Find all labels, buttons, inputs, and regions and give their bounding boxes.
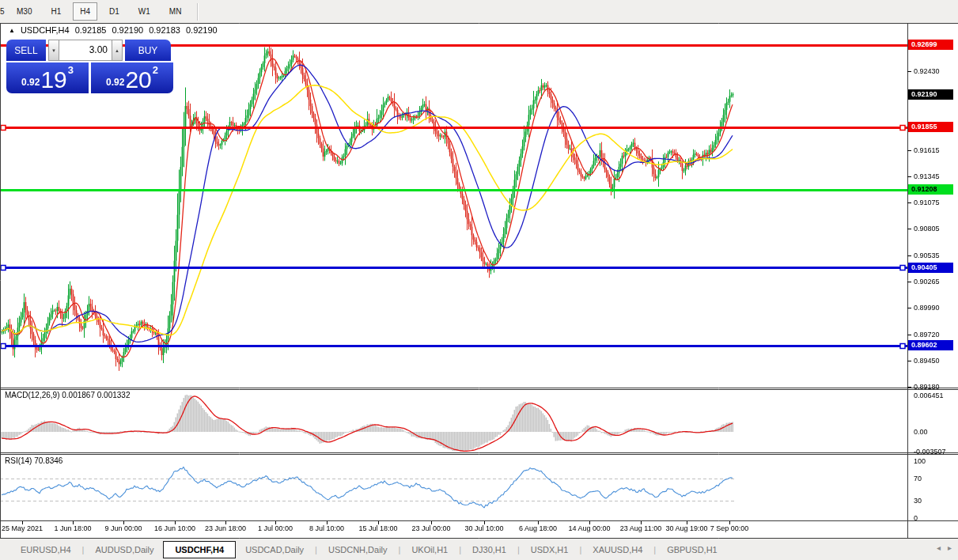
tab-audusd-daily[interactable]: AUDUSD,Daily — [85, 541, 163, 558]
ohlc-high: 0.92190 — [112, 25, 143, 35]
tab-usdcad-daily[interactable]: USDCAD,Daily — [236, 541, 313, 558]
time-axis-label: 14 Aug 00:00 — [568, 524, 610, 532]
macd-axis-label: 0.006451 — [914, 392, 944, 399]
tab-usdcnh-daily[interactable]: USDCNH,Daily — [319, 541, 397, 558]
chart-ohlc-header: ▲ USDCHF,H4 0.92185 0.92190 0.92183 0.92… — [9, 25, 218, 35]
price-axis-tick: 0.92430 — [914, 67, 940, 75]
volume-field[interactable]: 3.00 — [59, 40, 112, 61]
timeframe-button-h1[interactable]: H1 — [44, 2, 68, 21]
time-axis-label: 23 Jun 18:00 — [205, 524, 246, 532]
volume-increase-icon[interactable]: ▲ — [112, 40, 123, 61]
time-axis-label: 7 Sep 00:00 — [710, 524, 749, 532]
volume-stepper: ▼ 3.00 ▲ — [48, 40, 123, 61]
time-axis-label: 16 Jun 10:00 — [154, 524, 195, 532]
time-axis-label: 6 Aug 18:00 — [519, 524, 557, 532]
tab-gbpusd-h1[interactable]: GBPUSD,H1 — [657, 541, 727, 558]
buy-price-pip: 2 — [153, 64, 158, 76]
price-axis-tick: 0.89180 — [914, 383, 940, 391]
price-level-badge: 0.89602 — [908, 340, 953, 350]
tab-separator: | — [313, 545, 319, 554]
timeframe-button-h4[interactable]: H4 — [73, 2, 97, 21]
toolbar-separator — [197, 3, 199, 21]
time-axis-label: 25 May 2021 — [2, 524, 43, 532]
time-axis-label: 15 Jul 18:00 — [358, 524, 397, 532]
symbol-tab-bar: EURUSD,H4|AUDUSD,DailyUSDCHF,H4USDCAD,Da… — [0, 539, 958, 560]
tab-separator: | — [577, 545, 583, 554]
tab-usdchf-h4[interactable]: USDCHF,H4 — [163, 541, 236, 558]
tab-separator: | — [457, 545, 463, 554]
timeframe-button-group: M30H1H4D1W1MN — [7, 2, 191, 21]
price-level-badge: 0.92699 — [908, 40, 953, 50]
tab-xauusd-h4[interactable]: XAUUSD,H4 — [583, 541, 652, 558]
ohlc-open: 0.92185 — [75, 25, 107, 35]
macd-axis-label: 0.00 — [914, 428, 928, 436]
timeframe-button-m5-partial[interactable]: 5 — [0, 7, 7, 16]
time-axis-label: 23 Aug 11:00 — [620, 524, 661, 532]
macd-axis-label: -0.003507 — [914, 448, 946, 456]
sell-price-box[interactable]: 0.92 19 3 — [6, 62, 89, 93]
sell-button[interactable]: SELL — [6, 40, 46, 61]
tab-scroll-arrows: ◂ ▸ — [937, 543, 952, 552]
time-axis-label: 8 Jul 10:00 — [309, 524, 344, 532]
timeframe-button-d1[interactable]: D1 — [102, 2, 127, 21]
tab-separator: | — [397, 545, 403, 554]
price-level-badge: 0.90405 — [908, 263, 953, 273]
rsi-axis-label: 70 — [914, 475, 922, 482]
timeframe-button-m30[interactable]: M30 — [9, 2, 39, 21]
buy-price-box[interactable]: 0.92 20 2 — [91, 62, 173, 93]
price-axis-tick: 0.90265 — [914, 278, 940, 286]
price-axis-tick: 0.91345 — [914, 172, 940, 180]
time-axis-label: 30 Aug 19:00 — [665, 524, 707, 532]
tab-ukoil-h1[interactable]: UKOil,H1 — [402, 541, 457, 558]
rsi-axis-label: 100 — [914, 457, 926, 465]
one-click-collapse-icon[interactable]: ▲ — [9, 26, 15, 35]
price-axis-tick: 0.90535 — [914, 252, 940, 259]
price-axis-tick: 0.90805 — [914, 225, 940, 233]
time-axis-label: 1 Jun 18:00 — [54, 524, 91, 532]
timeframe-button-w1[interactable]: W1 — [131, 2, 157, 21]
tab-scroll-left-icon[interactable]: ◂ — [937, 543, 941, 552]
price-level-badge: 0.91208 — [908, 184, 953, 195]
price-axis-tick: 0.89990 — [914, 304, 940, 312]
time-axis-label: 1 Jul 00:00 — [258, 524, 293, 532]
one-click-trading-panel: SELL ▼ 3.00 ▲ BUY 0.92 19 3 0.92 20 2 — [6, 40, 176, 93]
price-level-badge: 0.91855 — [908, 122, 953, 132]
ohlc-low: 0.92183 — [149, 25, 180, 35]
rsi-axis-label: 0 — [914, 514, 918, 522]
volume-decrease-icon[interactable]: ▼ — [48, 40, 59, 61]
rsi-indicator-label: RSI(14) 70.8346 — [5, 456, 62, 465]
buy-price-big-digits: 20 — [125, 69, 151, 91]
price-axis-tick: 0.89450 — [914, 357, 940, 365]
sell-price-pip: 3 — [68, 64, 74, 76]
buy-price-prefix: 0.92 — [106, 77, 124, 88]
timeframe-toolbar: 5 M30H1H4D1W1MN — [0, 0, 958, 23]
rsi-axis-label: 30 — [914, 497, 922, 505]
tab-separator: | — [516, 545, 521, 554]
sell-price-prefix: 0.92 — [21, 77, 40, 88]
time-axis-label: 9 Jun 00:00 — [104, 524, 142, 532]
tab-scroll-right-icon[interactable]: ▸ — [948, 543, 952, 552]
price-axis-tick: 0.89720 — [914, 331, 940, 339]
tab-usdx-h1[interactable]: USDX,H1 — [521, 541, 578, 558]
macd-indicator-label: MACD(12,26,9) 0.001867 0.001332 — [5, 391, 130, 399]
sell-price-big-digits: 19 — [40, 69, 66, 91]
buy-button[interactable]: BUY — [125, 40, 171, 61]
time-axis-label: 23 Jul 00:00 — [411, 524, 450, 532]
tab-separator: | — [652, 545, 657, 554]
timeframe-button-mn[interactable]: MN — [162, 2, 189, 21]
price-axis-tick: 0.91075 — [914, 199, 940, 206]
tab-separator: | — [81, 545, 86, 554]
tab-dj30-h1[interactable]: DJ30,H1 — [463, 541, 516, 558]
current-price-badge: 0.92190 — [908, 89, 953, 100]
time-axis-label: 30 Jul 10:00 — [464, 524, 503, 532]
ohlc-close: 0.92190 — [186, 25, 218, 35]
price-axis-tick: 0.91615 — [914, 146, 940, 154]
tab-eurusd-h4[interactable]: EURUSD,H4 — [11, 541, 81, 558]
chart-symbol-period: USDCHF,H4 — [21, 25, 70, 35]
